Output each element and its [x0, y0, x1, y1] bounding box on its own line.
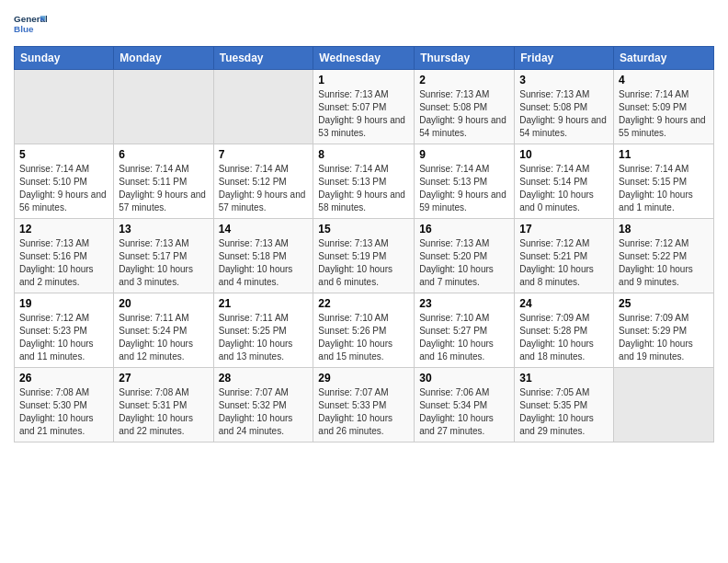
calendar-cell: 3Sunrise: 7:13 AMSunset: 5:08 PMDaylight…	[515, 70, 614, 144]
day-info: Sunrise: 7:13 AMSunset: 5:20 PMDaylight:…	[419, 237, 509, 289]
calendar-cell: 30Sunrise: 7:06 AMSunset: 5:34 PMDayligh…	[415, 368, 515, 442]
calendar-cell: 26Sunrise: 7:08 AMSunset: 5:30 PMDayligh…	[15, 368, 114, 442]
day-number: 8	[318, 148, 409, 161]
day-info: Sunrise: 7:13 AMSunset: 5:08 PMDaylight:…	[419, 88, 509, 140]
calendar-cell: 14Sunrise: 7:13 AMSunset: 5:18 PMDayligh…	[213, 219, 313, 293]
calendar-cell: 21Sunrise: 7:11 AMSunset: 5:25 PMDayligh…	[213, 293, 313, 368]
day-number: 16	[419, 223, 509, 236]
day-number: 11	[619, 148, 709, 161]
day-number: 29	[318, 372, 409, 385]
day-info: Sunrise: 7:13 AMSunset: 5:19 PMDaylight:…	[318, 237, 409, 289]
day-number: 27	[119, 372, 208, 385]
calendar-cell: 31Sunrise: 7:05 AMSunset: 5:35 PMDayligh…	[515, 368, 614, 442]
day-info: Sunrise: 7:13 AMSunset: 5:07 PMDaylight:…	[318, 88, 409, 140]
calendar-cell: 29Sunrise: 7:07 AMSunset: 5:33 PMDayligh…	[313, 368, 415, 442]
day-number: 4	[619, 74, 709, 86]
calendar-cell: 19Sunrise: 7:12 AMSunset: 5:23 PMDayligh…	[15, 293, 114, 368]
calendar-cell: 28Sunrise: 7:07 AMSunset: 5:32 PMDayligh…	[213, 368, 313, 442]
calendar-cell: 17Sunrise: 7:12 AMSunset: 5:21 PMDayligh…	[515, 219, 614, 293]
day-number: 1	[318, 74, 409, 86]
calendar-cell: 23Sunrise: 7:10 AMSunset: 5:27 PMDayligh…	[415, 293, 515, 368]
calendar-container: General Blue SundayMondayTuesdayWednesda…	[0, 0, 728, 452]
week-row-4: 19Sunrise: 7:12 AMSunset: 5:23 PMDayligh…	[15, 293, 714, 368]
day-number: 17	[519, 223, 609, 236]
calendar-cell	[15, 70, 114, 144]
calendar-table: SundayMondayTuesdayWednesdayThursdayFrid…	[14, 46, 714, 442]
col-header-wednesday: Wednesday	[313, 47, 415, 70]
day-info: Sunrise: 7:06 AMSunset: 5:34 PMDaylight:…	[419, 386, 509, 438]
week-row-1: 1Sunrise: 7:13 AMSunset: 5:07 PMDaylight…	[15, 70, 714, 144]
calendar-cell: 7Sunrise: 7:14 AMSunset: 5:12 PMDaylight…	[213, 144, 313, 219]
col-header-thursday: Thursday	[415, 47, 515, 70]
calendar-cell	[213, 70, 313, 144]
day-info: Sunrise: 7:13 AMSunset: 5:08 PMDaylight:…	[519, 88, 609, 140]
day-number: 12	[19, 223, 108, 236]
calendar-cell: 12Sunrise: 7:13 AMSunset: 5:16 PMDayligh…	[15, 219, 114, 293]
day-number: 30	[419, 372, 509, 385]
day-info: Sunrise: 7:09 AMSunset: 5:28 PMDaylight:…	[519, 312, 609, 363]
logo: General Blue	[14, 9, 51, 42]
calendar-cell	[114, 70, 213, 144]
calendar-cell: 20Sunrise: 7:11 AMSunset: 5:24 PMDayligh…	[114, 293, 213, 368]
day-info: Sunrise: 7:07 AMSunset: 5:32 PMDaylight:…	[219, 386, 309, 438]
day-info: Sunrise: 7:14 AMSunset: 5:15 PMDaylight:…	[619, 163, 709, 214]
day-info: Sunrise: 7:05 AMSunset: 5:35 PMDaylight:…	[519, 386, 609, 438]
calendar-cell: 6Sunrise: 7:14 AMSunset: 5:11 PMDaylight…	[114, 144, 213, 219]
day-info: Sunrise: 7:14 AMSunset: 5:14 PMDaylight:…	[519, 163, 609, 214]
day-number: 5	[19, 148, 108, 161]
calendar-cell: 18Sunrise: 7:12 AMSunset: 5:22 PMDayligh…	[614, 219, 714, 293]
day-number: 28	[219, 372, 309, 385]
day-info: Sunrise: 7:13 AMSunset: 5:17 PMDaylight:…	[119, 237, 208, 289]
day-info: Sunrise: 7:12 AMSunset: 5:21 PMDaylight:…	[519, 237, 609, 289]
calendar-cell: 16Sunrise: 7:13 AMSunset: 5:20 PMDayligh…	[415, 219, 515, 293]
calendar-cell: 22Sunrise: 7:10 AMSunset: 5:26 PMDayligh…	[313, 293, 415, 368]
header-row: SundayMondayTuesdayWednesdayThursdayFrid…	[15, 47, 714, 70]
calendar-cell: 9Sunrise: 7:14 AMSunset: 5:13 PMDaylight…	[415, 144, 515, 219]
day-info: Sunrise: 7:13 AMSunset: 5:16 PMDaylight:…	[19, 237, 108, 289]
header: General Blue	[14, 9, 714, 42]
calendar-cell: 8Sunrise: 7:14 AMSunset: 5:13 PMDaylight…	[313, 144, 415, 219]
day-number: 19	[19, 297, 108, 310]
col-header-tuesday: Tuesday	[213, 47, 313, 70]
week-row-5: 26Sunrise: 7:08 AMSunset: 5:30 PMDayligh…	[15, 368, 714, 442]
day-number: 22	[318, 297, 409, 310]
day-number: 6	[119, 148, 208, 161]
calendar-cell: 13Sunrise: 7:13 AMSunset: 5:17 PMDayligh…	[114, 219, 213, 293]
calendar-cell: 25Sunrise: 7:09 AMSunset: 5:29 PMDayligh…	[614, 293, 714, 368]
day-number: 3	[519, 74, 609, 86]
day-info: Sunrise: 7:07 AMSunset: 5:33 PMDaylight:…	[318, 386, 409, 438]
day-info: Sunrise: 7:10 AMSunset: 5:27 PMDaylight:…	[419, 312, 509, 363]
calendar-cell: 1Sunrise: 7:13 AMSunset: 5:07 PMDaylight…	[313, 70, 415, 144]
day-number: 18	[619, 223, 709, 236]
day-info: Sunrise: 7:10 AMSunset: 5:26 PMDaylight:…	[318, 312, 409, 363]
col-header-monday: Monday	[114, 47, 213, 70]
week-row-3: 12Sunrise: 7:13 AMSunset: 5:16 PMDayligh…	[15, 219, 714, 293]
day-info: Sunrise: 7:14 AMSunset: 5:13 PMDaylight:…	[419, 163, 509, 214]
day-number: 2	[419, 74, 509, 86]
day-number: 25	[619, 297, 709, 310]
day-number: 20	[119, 297, 208, 310]
day-info: Sunrise: 7:14 AMSunset: 5:11 PMDaylight:…	[119, 163, 208, 214]
col-header-friday: Friday	[515, 47, 614, 70]
day-number: 23	[419, 297, 509, 310]
day-info: Sunrise: 7:12 AMSunset: 5:23 PMDaylight:…	[19, 312, 108, 363]
day-info: Sunrise: 7:14 AMSunset: 5:10 PMDaylight:…	[19, 163, 108, 214]
day-info: Sunrise: 7:11 AMSunset: 5:25 PMDaylight:…	[219, 312, 309, 363]
calendar-cell: 10Sunrise: 7:14 AMSunset: 5:14 PMDayligh…	[515, 144, 614, 219]
day-info: Sunrise: 7:14 AMSunset: 5:09 PMDaylight:…	[619, 88, 709, 140]
day-info: Sunrise: 7:08 AMSunset: 5:31 PMDaylight:…	[119, 386, 208, 438]
col-header-saturday: Saturday	[614, 47, 714, 70]
day-info: Sunrise: 7:08 AMSunset: 5:30 PMDaylight:…	[19, 386, 108, 438]
day-number: 24	[519, 297, 609, 310]
day-number: 31	[519, 372, 609, 385]
calendar-cell: 24Sunrise: 7:09 AMSunset: 5:28 PMDayligh…	[515, 293, 614, 368]
day-info: Sunrise: 7:14 AMSunset: 5:13 PMDaylight:…	[318, 163, 409, 214]
calendar-cell	[614, 368, 714, 442]
calendar-cell: 5Sunrise: 7:14 AMSunset: 5:10 PMDaylight…	[15, 144, 114, 219]
day-number: 26	[19, 372, 108, 385]
logo-icon: General Blue	[14, 9, 47, 42]
day-info: Sunrise: 7:13 AMSunset: 5:18 PMDaylight:…	[219, 237, 309, 289]
calendar-cell: 11Sunrise: 7:14 AMSunset: 5:15 PMDayligh…	[614, 144, 714, 219]
day-info: Sunrise: 7:12 AMSunset: 5:22 PMDaylight:…	[619, 237, 709, 289]
calendar-cell: 15Sunrise: 7:13 AMSunset: 5:19 PMDayligh…	[313, 219, 415, 293]
